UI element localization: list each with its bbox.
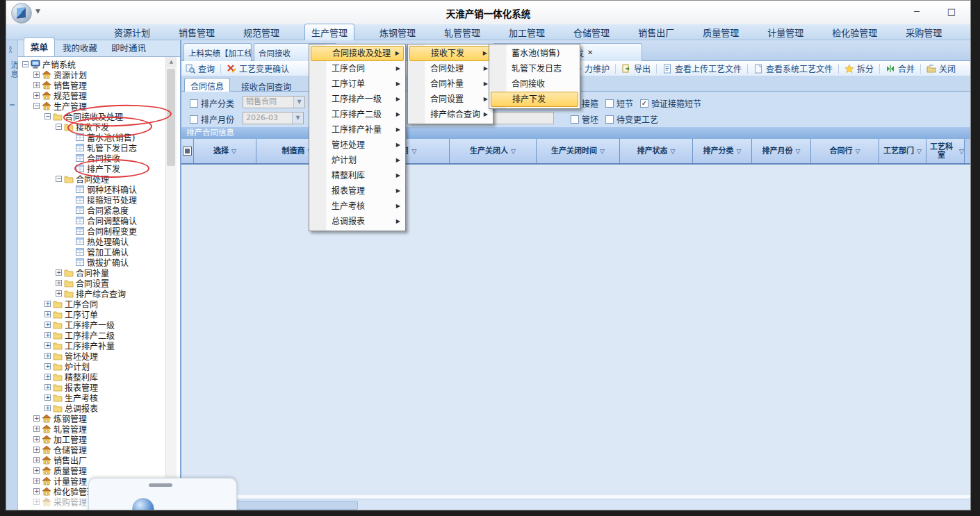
toolbar-button-导出[interactable]: 导出 xyxy=(621,63,651,74)
menubar-item-计量管理[interactable]: 计量管理 xyxy=(764,24,807,40)
menu-item-工序订单[interactable]: 工序订单▶ xyxy=(311,76,404,92)
tree-toggle-icon[interactable]: + xyxy=(56,269,62,276)
tree-toggle-icon[interactable]: + xyxy=(33,436,40,442)
tree-item-管加工确认[interactable]: 管加工确认 xyxy=(18,247,165,257)
tree-item-工序排产一级[interactable]: +工序排产一级 xyxy=(18,319,165,330)
tree-toggle-icon[interactable]: − xyxy=(33,103,40,109)
toolbar-button-拆分[interactable]: 拆分 xyxy=(844,63,874,74)
chevron-down-icon[interactable]: ▼ xyxy=(293,97,304,108)
menu-item-总调报表[interactable]: 总调报表▶ xyxy=(311,214,404,229)
select-all-cell[interactable] xyxy=(181,139,194,163)
menu-item-炉计划[interactable]: 炉计划▶ xyxy=(311,153,404,168)
menu-item-报表管理[interactable]: 报表管理▶ xyxy=(311,183,404,199)
tree-item-合同设置[interactable]: +合同设置 xyxy=(18,278,165,288)
menubar-item-资源计划[interactable]: 资源计划 xyxy=(111,24,154,40)
collapse-chevrons-icon[interactable]: ∧∧ xyxy=(8,46,13,53)
menu-item-蓄水池(销售)[interactable]: 蓄水池(销售) xyxy=(491,46,578,61)
tree-item-合同接收及处理[interactable]: −合同接收及处理 xyxy=(18,111,165,122)
category-checkbox[interactable] xyxy=(190,99,198,108)
tree-item-工序订单[interactable]: +工序订单 xyxy=(18,309,165,319)
tree-item-排产综合查询[interactable]: +排产综合查询 xyxy=(18,288,165,299)
checkbox[interactable] xyxy=(605,99,614,108)
menubar-item-销售出厂[interactable]: 销售出厂 xyxy=(635,24,678,40)
menubar-item-生产管理[interactable]: 生产管理 xyxy=(304,24,354,41)
tree-toggle-icon[interactable]: + xyxy=(33,488,40,494)
column-header-生产关闭人[interactable]: 生产关闭人▽ xyxy=(450,139,537,163)
column-header-排产分类[interactable]: 排产分类▽ xyxy=(693,139,752,163)
tree-toggle-icon[interactable]: + xyxy=(33,499,40,505)
menu-item-接收下发[interactable]: 接收下发▶ xyxy=(409,46,491,61)
minimize-button[interactable]: ─ xyxy=(906,4,927,19)
filter-funnel-icon[interactable]: ▽ xyxy=(412,147,417,156)
tree-item-加工管理[interactable]: +加工管理 xyxy=(18,434,165,444)
tree-item-炼钢管理[interactable]: +炼钢管理 xyxy=(18,413,165,424)
tree-item-轧管下发日志[interactable]: 轧管下发日志 xyxy=(18,142,165,153)
tree-item-镦拔扩确认[interactable]: 镦拔扩确认 xyxy=(18,257,165,267)
menu-item-精整利库[interactable]: 精整利库▶ xyxy=(311,168,404,183)
menu-item-合同补量[interactable]: 合同补量▶ xyxy=(409,76,491,92)
sidebar-tab-菜单[interactable]: 菜单 xyxy=(24,38,55,56)
tree-item-工序排产二级[interactable]: +工序排产二级 xyxy=(18,330,165,340)
tree-toggle-icon[interactable]: + xyxy=(56,290,62,297)
tree-item-蓄水池(销售)[interactable]: 蓄水池(销售) xyxy=(18,132,165,142)
tree-toggle-icon[interactable]: − xyxy=(56,176,62,182)
tree-toggle-icon[interactable]: + xyxy=(33,426,40,432)
tree-toggle-icon[interactable]: + xyxy=(33,478,40,484)
menubar-item-采购管理[interactable]: 采购管理 xyxy=(902,24,945,40)
column-header-排产月份[interactable]: 排产月份▽ xyxy=(752,139,811,163)
column-header-排产状态[interactable]: 排产状态▽ xyxy=(620,139,693,163)
menubar-item-规范管理[interactable]: 规范管理 xyxy=(240,24,283,40)
tree-toggle-icon[interactable]: + xyxy=(44,405,51,411)
tree-toggle-icon[interactable]: + xyxy=(33,457,40,463)
tree-item-钢种坯料确认[interactable]: 钢种坯料确认 xyxy=(18,184,165,194)
grid-body-empty[interactable] xyxy=(181,165,970,495)
tree-toggle-icon[interactable]: − xyxy=(44,113,51,119)
tree-item-工序合同[interactable]: +工序合同 xyxy=(18,299,165,309)
restore-button[interactable]: □ xyxy=(941,4,962,19)
menu-item-工序排产一级[interactable]: 工序排产一级▶ xyxy=(311,92,404,107)
scrollbar-thumb[interactable] xyxy=(167,69,175,166)
category-combo[interactable]: 销售合同▼ xyxy=(243,96,305,108)
month-checkbox[interactable] xyxy=(190,115,198,124)
menu-item-合同处理[interactable]: 合同处理▶ xyxy=(409,61,491,76)
filter-funnel-icon[interactable]: ▽ xyxy=(959,147,964,156)
tree-item-合同制程变更[interactable]: 合同制程变更 xyxy=(18,226,165,236)
column-header-选择[interactable]: 选择▽ xyxy=(194,139,256,163)
tree-item-排产下发[interactable]: 排产下发 xyxy=(18,163,165,174)
tree-item-接箍短节处理[interactable]: 接箍短节处理 xyxy=(18,194,165,205)
tree-item-接收下发[interactable]: −接收下发 xyxy=(18,122,165,132)
toolbar-button-合并[interactable]: 合并 xyxy=(885,63,915,74)
menubar-item-加工管理[interactable]: 加工管理 xyxy=(505,24,548,40)
tree-item-炉计划[interactable]: +炉计划 xyxy=(18,361,165,372)
menu-item-合同接收[interactable]: 合同接收 xyxy=(491,76,578,92)
tree-item-销售出厂[interactable]: +销售出厂 xyxy=(18,455,165,465)
tree-item-生产管理[interactable]: −生产管理 xyxy=(18,101,165,111)
chevron-down-icon[interactable]: ▼ xyxy=(292,113,303,124)
tree-item-产销系统[interactable]: −产销系统 xyxy=(18,59,165,69)
filter-funnel-icon[interactable]: ▽ xyxy=(231,147,236,156)
sidebar-tab-即时通讯[interactable]: 即时通讯 xyxy=(105,39,152,56)
menu-item-合同接收及处理[interactable]: 合同接收及处理▶ xyxy=(311,46,404,61)
tree-item-销售管理[interactable]: +销售管理 xyxy=(18,80,165,90)
menu-item-工序排产二级[interactable]: 工序排产二级▶ xyxy=(311,107,404,122)
tree-item-质量管理[interactable]: +质量管理 xyxy=(18,465,165,476)
sidebar-tab-我的收藏[interactable]: 我的收藏 xyxy=(56,39,104,56)
toolbar-button-工艺变更确认[interactable]: 工艺变更确认 xyxy=(227,63,289,74)
menu-item-工序合同[interactable]: 工序合同▶ xyxy=(311,61,404,76)
menubar-item-销售管理[interactable]: 销售管理 xyxy=(175,24,218,40)
toolbar-button-查看系统工艺文件[interactable]: 查看系统工艺文件 xyxy=(753,63,833,74)
tree-toggle-icon[interactable]: + xyxy=(33,415,40,422)
filter-funnel-icon[interactable]: ▽ xyxy=(671,147,676,156)
tree-toggle-icon[interactable]: + xyxy=(56,280,62,286)
tree-toggle-icon[interactable]: − xyxy=(22,61,28,67)
filter-funnel-icon[interactable]: ▽ xyxy=(511,147,516,156)
toolbar-button-查询[interactable]: 查询 xyxy=(186,63,215,74)
menubar-item-检化验管理[interactable]: 检化验管理 xyxy=(828,24,881,40)
tree-item-生产考核[interactable]: +生产考核 xyxy=(18,392,165,403)
tree-toggle-icon[interactable]: + xyxy=(33,467,40,474)
menubar-item-轧管管理[interactable]: 轧管管理 xyxy=(441,24,484,40)
tree-item-管坯处理[interactable]: +管坯处理 xyxy=(18,351,165,361)
tree-toggle-icon[interactable]: + xyxy=(44,353,51,359)
tree-item-精整利库[interactable]: +精整利库 xyxy=(18,372,165,382)
tree-item-热处理确认[interactable]: 热处理确认 xyxy=(18,236,165,247)
